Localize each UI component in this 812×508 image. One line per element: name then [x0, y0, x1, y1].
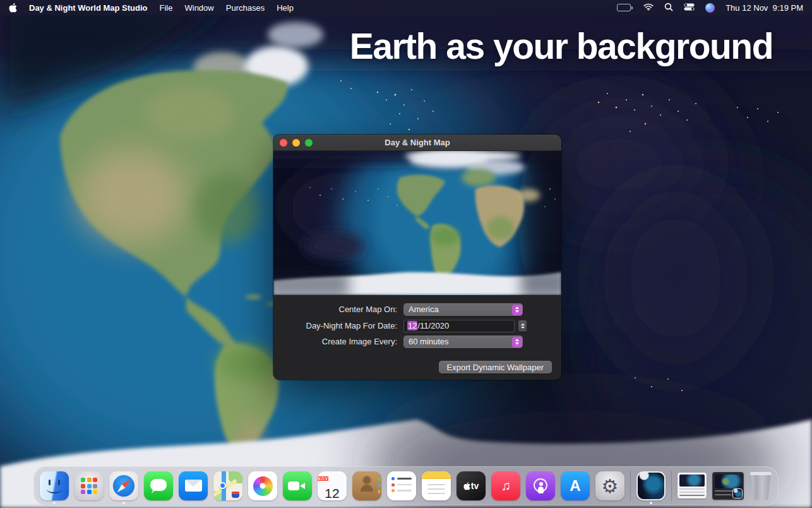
siri-icon[interactable] — [705, 3, 715, 13]
dock-minimized-window-thumbnail[interactable] — [712, 471, 744, 500]
center-map-label: Center Map On: — [273, 303, 397, 316]
window-title: Day & Night Map — [385, 138, 450, 147]
dock-calendar-icon[interactable]: NOV 12 — [318, 471, 347, 500]
popup-stepper-icon — [512, 337, 522, 348]
dock-mail-icon[interactable] — [179, 471, 208, 500]
dock-facetime-icon[interactable] — [283, 471, 312, 500]
spotlight-search-icon[interactable] — [664, 3, 673, 13]
date-stepper[interactable] — [518, 320, 527, 332]
dock-launchpad-icon[interactable] — [75, 471, 104, 500]
interval-label: Create Image Every: — [273, 336, 397, 348]
date-label: Day-Night Map For Date: — [273, 320, 397, 332]
dock-divider — [630, 471, 631, 501]
running-indicator — [122, 502, 125, 504]
dock-notes-icon[interactable] — [422, 471, 451, 500]
wallpaper-headline: Earth as your background — [350, 25, 773, 67]
dock-divider — [671, 471, 672, 501]
apple-glyph-icon — [463, 482, 470, 490]
map-preview-image — [273, 151, 561, 295]
menu-bar: Day & Night World Map Studio File Window… — [0, 0, 812, 15]
dock-minimized-window-thumbnail[interactable] — [678, 471, 707, 500]
menu-app-name[interactable]: Day & Night World Map Studio — [29, 3, 148, 13]
dock-app-store-icon[interactable]: A — [561, 471, 590, 500]
dock-apple-tv-icon[interactable]: tv — [457, 471, 486, 500]
menu-purchases[interactable]: Purchases — [226, 3, 265, 13]
dock-day-night-map-app-icon[interactable] — [636, 471, 666, 500]
map-preview — [273, 151, 561, 295]
dock: NOV 12 tv ♫ A ⚙ — [33, 466, 779, 505]
center-map-popup[interactable]: America — [403, 303, 523, 316]
window-titlebar[interactable]: Day & Night Map — [273, 135, 561, 151]
day-night-app-badge-icon — [732, 488, 743, 499]
dock-maps-icon[interactable] — [213, 471, 242, 500]
dock-contacts-icon[interactable] — [352, 471, 381, 500]
date-field-selected-segment[interactable]: 12 — [407, 321, 417, 330]
dock-system-preferences-icon[interactable]: ⚙ — [595, 471, 624, 500]
apple-menu-icon[interactable] — [9, 3, 17, 13]
zoom-button[interactable] — [305, 139, 313, 147]
dock-safari-icon[interactable] — [109, 471, 138, 500]
menu-clock[interactable]: Thu 12 Nov 9:19 PM — [725, 3, 803, 13]
battery-charging-icon[interactable] — [617, 4, 633, 11]
calendar-month-label: NOV — [318, 476, 328, 481]
calendar-day-label: 12 — [318, 483, 347, 501]
day-night-map-window: Day & Night Map — [273, 135, 561, 380]
minimize-button[interactable] — [292, 139, 300, 147]
dock-trash-icon[interactable] — [749, 471, 772, 500]
date-field[interactable]: 12/11/2020 — [403, 320, 515, 332]
running-indicator — [53, 502, 56, 504]
menu-help[interactable]: Help — [277, 3, 294, 13]
dock-reminders-icon[interactable] — [387, 471, 416, 500]
export-dynamic-wallpaper-button[interactable]: Export Dynamic Wallpaper — [439, 361, 552, 373]
window-controls-area: Center Map On: America Day-Night Map For… — [273, 295, 561, 379]
control-center-icon[interactable] — [684, 3, 695, 13]
close-button[interactable] — [280, 139, 287, 147]
menu-file[interactable]: File — [160, 3, 173, 13]
interval-popup[interactable]: 60 minutes — [403, 336, 523, 348]
menu-window[interactable]: Window — [184, 3, 213, 13]
dock-photos-icon[interactable] — [248, 471, 277, 500]
dock-finder-icon[interactable] — [40, 471, 69, 500]
running-indicator — [650, 502, 652, 504]
wifi-icon[interactable] — [643, 3, 654, 13]
popup-stepper-icon — [512, 305, 522, 315]
dock-podcasts-icon[interactable] — [526, 471, 555, 500]
dock-music-icon[interactable]: ♫ — [491, 471, 520, 500]
dock-messages-icon[interactable] — [144, 471, 173, 500]
